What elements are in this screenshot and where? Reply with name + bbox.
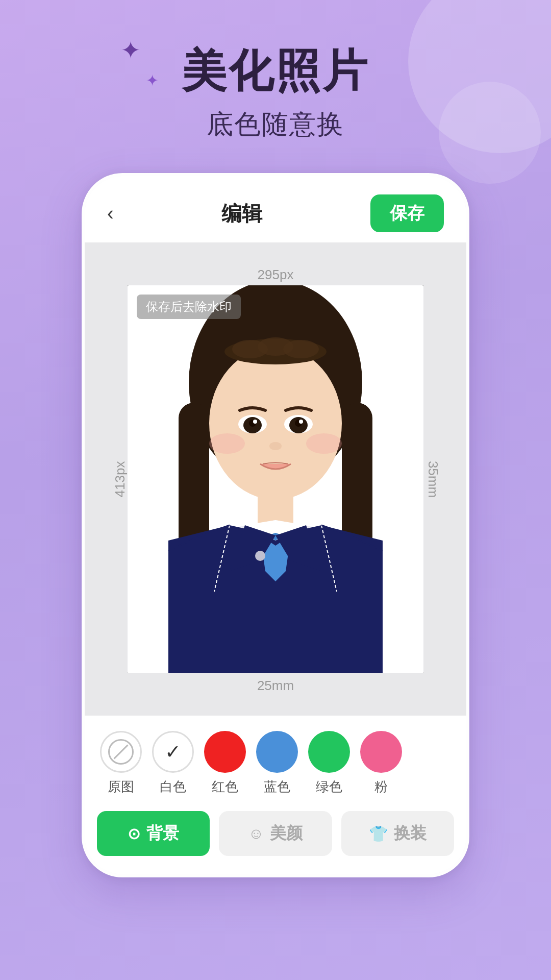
tab-outfit-label: 换装: [394, 822, 427, 845]
swatch-green-label: 绿色: [316, 778, 342, 796]
swatch-green-circle: [308, 731, 350, 773]
swatch-pink-label: 粉: [374, 778, 388, 796]
photo-inner: 保存后去除水印: [128, 285, 423, 673]
svg-point-9: [283, 340, 319, 358]
dim-left-label: 413px: [112, 461, 128, 497]
tab-background-label: 背景: [146, 822, 179, 845]
sparkle-small-icon: ✦: [146, 71, 159, 89]
swatch-white-label: 白色: [160, 778, 186, 796]
swatch-white-circle: ✓: [152, 731, 194, 773]
color-picker-area: 原图 ✓ 白色 红色 蓝色 绿色: [85, 716, 466, 806]
swatch-pink-circle: [360, 731, 402, 773]
save-button[interactable]: 保存: [370, 194, 444, 232]
watermark-badge: 保存后去除水印: [137, 295, 241, 319]
swatch-original[interactable]: 原图: [100, 731, 142, 796]
svg-point-19: [209, 433, 245, 454]
svg-point-20: [306, 433, 342, 454]
photo-area: 295px 25mm 413px 35mm 保存后去除水印: [85, 242, 466, 716]
swatch-blue-label: 蓝色: [264, 778, 290, 796]
photo-frame: 295px 25mm 413px 35mm 保存后去除水印: [128, 285, 423, 673]
swatch-original-circle: [100, 731, 142, 773]
bg-circle-mid: [439, 82, 541, 184]
tab-beauty-label: 美颜: [270, 822, 303, 845]
slash-icon: [108, 739, 134, 765]
svg-point-21: [255, 551, 265, 561]
phone-topbar: ‹ 编辑 保存: [85, 176, 466, 242]
tab-outfit[interactable]: 👕 换装: [341, 811, 454, 856]
swatch-red-label: 红色: [212, 778, 238, 796]
main-title: 美化照片: [182, 41, 369, 102]
tab-beauty[interactable]: ☺ 美颜: [219, 811, 332, 856]
svg-point-17: [299, 420, 303, 424]
svg-point-18: [269, 442, 282, 450]
swatch-blue-circle: [256, 731, 298, 773]
sub-title: 底色随意换: [207, 107, 344, 142]
dim-right-label: 35mm: [424, 460, 440, 497]
swatch-blue[interactable]: 蓝色: [256, 731, 298, 796]
color-swatches: 原图 ✓ 白色 红色 蓝色 绿色: [100, 731, 451, 796]
beauty-tab-icon: ☺: [248, 825, 264, 842]
header-area: ✦ ✦ 美化照片 底色随意换: [182, 41, 369, 142]
phone-mockup: ‹ 编辑 保存 295px 25mm 413px 35mm 保存后去除水印: [82, 173, 469, 877]
dim-top-label: 295px: [258, 267, 294, 283]
swatch-green[interactable]: 绿色: [308, 731, 350, 796]
outfit-tab-icon: 👕: [369, 825, 388, 843]
bottom-tabs: ⊙ 背景 ☺ 美颜 👕 换装: [85, 806, 466, 874]
swatch-red-circle: [204, 731, 246, 773]
swatch-red[interactable]: 红色: [204, 731, 246, 796]
back-button[interactable]: ‹: [107, 203, 114, 225]
swatch-pink[interactable]: 粉: [360, 731, 402, 796]
dim-bottom-label: 25mm: [257, 678, 294, 694]
swatch-white[interactable]: ✓ 白色: [152, 731, 194, 796]
tab-background[interactable]: ⊙ 背景: [97, 811, 210, 856]
check-icon: ✓: [165, 741, 181, 763]
background-tab-icon: ⊙: [128, 825, 140, 843]
svg-point-13: [253, 420, 257, 424]
person-photo: [128, 285, 423, 673]
swatch-original-label: 原图: [108, 778, 134, 796]
sparkle-left-icon: ✦: [120, 36, 141, 64]
svg-point-2: [209, 347, 342, 500]
topbar-title: 编辑: [221, 200, 262, 228]
